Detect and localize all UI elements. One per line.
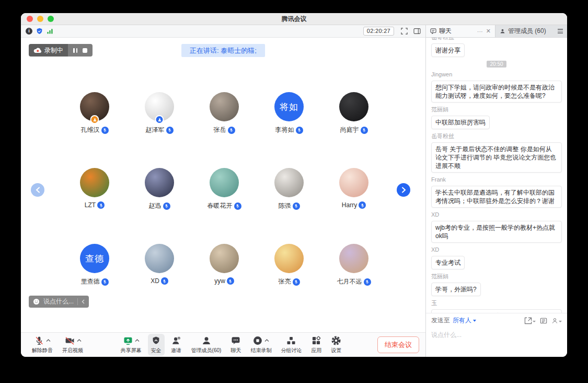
chat-tab-more-icon[interactable]: ···: [477, 28, 483, 35]
send-to-value: 所有人: [453, 316, 471, 325]
participant-row: 孔维汉 赵泽军 张岳: [62, 92, 386, 134]
message-sender: 岳哥粉丝: [431, 38, 562, 41]
window-titlebar: 腾讯会议: [21, 13, 567, 25]
participant-avatar: [145, 244, 174, 273]
chat-message: XD 专业考试: [431, 246, 562, 269]
chat-button[interactable]: 聊天: [227, 334, 244, 356]
app-window: 腾讯会议 i 02:20:27: [21, 13, 567, 357]
chat-tab-close-icon[interactable]: ✕: [486, 28, 491, 35]
emoji-icon[interactable]: [33, 298, 40, 305]
participant-tile[interactable]: 赵泽军: [127, 92, 192, 134]
start-video-button[interactable]: 开启视频: [59, 334, 86, 356]
mic-muted-icon: [359, 201, 366, 209]
send-to-selector[interactable]: 所有人: [453, 316, 476, 325]
switch-layout-icon[interactable]: [413, 28, 421, 35]
video-options-chevron[interactable]: [77, 339, 82, 342]
network-signal-icon[interactable]: [47, 28, 53, 35]
mic-muted-icon: [296, 127, 303, 134]
send-to-label: 发送至: [431, 316, 450, 325]
manage-members-button[interactable]: 管理成员(60): [188, 334, 225, 356]
participant-name: 里查德: [81, 277, 100, 286]
person-icon: [157, 118, 162, 122]
message-bubble[interactable]: wjb考的专业，是按照一般学的教材+热点就ok吗: [431, 221, 562, 243]
chat-window-popout-icon[interactable]: [524, 317, 536, 324]
mic-muted-icon: [97, 201, 105, 209]
meeting-info-icon[interactable]: i: [26, 28, 32, 35]
security-shield-icon[interactable]: [36, 28, 43, 35]
participant-tile[interactable]: LZT: [62, 168, 127, 210]
next-page-arrow[interactable]: [397, 183, 410, 197]
settings-button[interactable]: 设置: [328, 334, 344, 356]
private-chat-member-icon[interactable]: [551, 317, 562, 324]
person-icon: [93, 118, 97, 122]
message-bubble[interactable]: 谢谢分享: [431, 43, 465, 57]
previous-page-arrow[interactable]: [31, 183, 44, 197]
chevron-down-icon: [473, 320, 476, 322]
message-sender: Jingwen: [431, 71, 562, 78]
chat-message: 范丽娟 学哥，外派吗?: [431, 273, 562, 296]
fullscreen-icon[interactable]: [401, 28, 408, 35]
participant-tile[interactable]: 查德 里查德: [62, 244, 127, 286]
chat-message: Frank 学长去中联部是遴选吗，有了解中联部的国考情况吗；中联部驻外是怎么安排…: [431, 176, 562, 208]
breakout-rooms-button[interactable]: 分组讨论: [278, 334, 305, 356]
members-tab-icon: [500, 28, 505, 34]
chat-input[interactable]: 说点什么...: [426, 328, 567, 357]
participant-tile[interactable]: yyw: [192, 244, 257, 286]
message-bubble[interactable]: 学长去中联部是遴选吗，有了解中联部的国考情况吗；中联部驻外是怎么安排的？谢谢: [431, 186, 562, 208]
participant-tile[interactable]: 尚庭宇: [321, 92, 386, 134]
message-bubble[interactable]: 中联部加班厉害吗: [431, 116, 490, 129]
recording-label: 录制中: [44, 46, 63, 55]
participant-tile[interactable]: 春暖花开: [192, 168, 257, 210]
participant-name: 张岳: [214, 126, 226, 134]
participant-tile[interactable]: 陈强: [257, 168, 321, 210]
end-recording-button[interactable]: 结束录制: [247, 334, 274, 356]
participant-tile[interactable]: 张岳: [192, 92, 257, 134]
panel-menu-icon[interactable]: [553, 25, 567, 37]
mic-options-chevron[interactable]: [46, 339, 51, 342]
share-options-chevron[interactable]: [135, 339, 140, 342]
invite-button[interactable]: 邀请: [168, 334, 185, 356]
record-options-chevron[interactable]: [264, 339, 269, 342]
share-screen-icon: [123, 335, 133, 346]
tab-manage-members[interactable]: 管理成员 (60): [495, 25, 553, 37]
quick-chat-placeholder[interactable]: 说点什么...: [43, 297, 74, 306]
stop-recording-button[interactable]: [83, 48, 87, 53]
bottom-toolbar: 解除静音 开启视频 共享屏幕: [21, 332, 425, 357]
minimize-window-button[interactable]: [37, 16, 43, 22]
message-bubble[interactable]: 想问下学姐，请问政审的时候是不是有政治能力测试呀，难度如何，要怎么准备呢?: [431, 81, 562, 103]
participant-tile[interactable]: 赵迅: [127, 168, 192, 210]
message-sender: 岳哥粉丝: [431, 133, 562, 140]
apps-button[interactable]: 应用: [308, 334, 325, 356]
share-screen-button[interactable]: 共享屏幕: [118, 334, 145, 356]
participant-tile[interactable]: 将如 李将如: [257, 92, 321, 134]
message-bubble[interactable]: 学哥，外派吗?: [431, 283, 481, 296]
end-meeting-button[interactable]: 结束会议: [377, 336, 419, 353]
message-bubble[interactable]: 专业考试: [431, 256, 465, 269]
chevron-right-icon: [401, 187, 406, 193]
collapse-chat-bar-icon[interactable]: [82, 299, 85, 304]
participant-name: 七月不远: [337, 277, 362, 286]
zoom-window-button[interactable]: [48, 16, 54, 22]
recording-indicator: 录制中: [29, 44, 93, 57]
tab-chat[interactable]: 聊天 ··· ✕: [426, 25, 495, 37]
chat-message-list[interactable]: 岳哥粉丝 谢谢分享 20:50 Jingwen 想问下学姐，请问政审的时候是不是…: [426, 38, 567, 313]
breakout-rooms-icon: [286, 335, 296, 346]
security-button[interactable]: 安全: [148, 334, 165, 356]
participant-tile[interactable]: 张亮: [257, 244, 321, 286]
pause-recording-button[interactable]: [73, 48, 77, 53]
message-bubble[interactable]: 岳哥 关于最后状态不佳的调整 你是如何从论文下手进行调节的 毕竟您说论文方面您也…: [431, 142, 562, 173]
participant-tile[interactable]: 孔维汉: [62, 92, 127, 134]
quick-chat-bar[interactable]: 说点什么...: [29, 296, 89, 308]
screenshot-icon[interactable]: [540, 317, 547, 324]
close-window-button[interactable]: [27, 16, 33, 22]
participant-tile[interactable]: Harry: [321, 168, 386, 210]
message-sender: Frank: [431, 176, 562, 183]
participant-avatar: 查德: [80, 244, 109, 273]
mic-muted-icon: [234, 202, 241, 210]
participant-tile[interactable]: 七月不远: [321, 244, 386, 286]
unmute-button[interactable]: 解除静音: [29, 334, 56, 356]
message-bubble[interactable]: 请问wjb遴选的话，研究生还有机会吗？会有专业限制吗?: [431, 309, 562, 313]
speaking-banner: 正在讲话: 泰晤士的猫;: [181, 44, 265, 57]
stop-record-icon: [252, 335, 263, 346]
participant-tile[interactable]: XD: [127, 244, 192, 286]
